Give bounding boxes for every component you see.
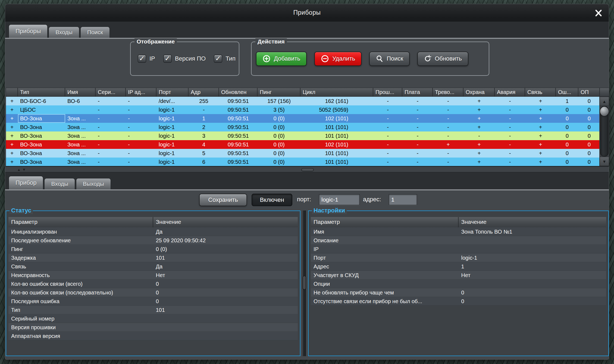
device-cell: - bbox=[126, 158, 156, 166]
scrollbar-track[interactable] bbox=[600, 106, 609, 157]
add-button[interactable]: Добавить bbox=[256, 52, 307, 66]
titlebar[interactable]: Приборы bbox=[5, 4, 609, 21]
status-row-3[interactable]: Пинг0 (0) bbox=[8, 245, 298, 253]
status-row-1[interactable]: ИнициализированДа bbox=[8, 227, 298, 236]
close-button[interactable] bbox=[593, 8, 604, 18]
device-cell: 09:50:51 bbox=[219, 149, 258, 158]
device-cell: 09:50:51 bbox=[219, 114, 258, 123]
device-cell: 0 bbox=[556, 149, 578, 158]
checkbox-box[interactable]: ✓ bbox=[138, 55, 146, 63]
status-value: Да bbox=[153, 262, 298, 271]
settings-value-header[interactable]: Значение bbox=[459, 217, 606, 227]
top-tab-2[interactable]: Входы bbox=[48, 26, 80, 38]
column-header-5[interactable]: IP ад... bbox=[126, 88, 156, 97]
vertical-splitter[interactable] bbox=[300, 211, 308, 356]
column-header-1[interactable] bbox=[6, 88, 18, 97]
settings-row-5[interactable]: Адрес1 bbox=[311, 262, 606, 271]
device-row-4[interactable]: +ВО-ЗонаЗона ...--logic-1209:50:510 (0)1… bbox=[6, 123, 599, 131]
device-cell: 0 bbox=[578, 97, 599, 105]
settings-row-7[interactable]: Опции bbox=[311, 280, 606, 288]
device-row-7[interactable]: +ВО-ЗонаЗона ...--logic-1509:50:510 (0)1… bbox=[6, 149, 599, 158]
device-cell: 0 bbox=[578, 123, 599, 131]
settings-row-3[interactable]: IP bbox=[311, 245, 606, 253]
vertical-splitter-handle[interactable] bbox=[302, 276, 306, 290]
enabled-toggle[interactable]: Включен bbox=[252, 194, 292, 206]
settings-row-4[interactable]: Портlogic-1 bbox=[311, 253, 606, 262]
save-button[interactable]: Сохранить bbox=[199, 194, 247, 206]
status-param-header[interactable]: Параметр bbox=[8, 217, 153, 227]
device-cell: - bbox=[495, 149, 525, 158]
settings-param: Адрес bbox=[311, 262, 459, 271]
device-cell: logic-1 bbox=[156, 114, 189, 123]
splitter-handle[interactable] bbox=[301, 168, 314, 171]
device-row-6[interactable]: +ВО-ЗонаЗона ...--logic-1409:50:510 (0)1… bbox=[6, 140, 599, 149]
top-tab-3[interactable]: Поиск bbox=[80, 26, 110, 38]
settings-row-8[interactable]: Не обновлять прибор чаще чем0 bbox=[311, 288, 606, 297]
column-header-4[interactable]: Сери... bbox=[96, 88, 126, 97]
delete-button[interactable]: Удалить bbox=[314, 52, 362, 66]
settings-row-1[interactable]: ИмяЗона Тополь ВО №1 bbox=[311, 227, 606, 236]
scroll-down-button[interactable]: ▼ bbox=[600, 157, 609, 166]
refresh-button[interactable]: Обновить bbox=[417, 52, 468, 66]
column-header-14[interactable]: Охрана bbox=[463, 88, 495, 97]
settings-row-6[interactable]: Участвует в СКУДНет bbox=[311, 271, 606, 280]
top-tab-1[interactable]: Приборы bbox=[8, 24, 48, 38]
display-checkbox-2[interactable]: ✓Версия ПО bbox=[163, 55, 206, 63]
display-checkbox-3[interactable]: ✓Тип bbox=[214, 55, 236, 63]
port-input[interactable] bbox=[319, 194, 360, 205]
column-header-7[interactable]: Адр bbox=[189, 88, 219, 97]
scroll-up-button[interactable]: ▲ bbox=[600, 97, 609, 106]
bottom-tab-3[interactable]: Выходы bbox=[76, 178, 111, 189]
address-input[interactable] bbox=[389, 194, 417, 205]
status-row-4[interactable]: Задержка101 bbox=[8, 253, 298, 262]
checkbox-box[interactable]: ✓ bbox=[163, 55, 172, 63]
device-row-2[interactable]: +ЦБОС--logic-1-09:50:513 (5)5052 (5059)-… bbox=[6, 105, 599, 114]
status-row-2[interactable]: Последнее обновление25 09 2020 09:50:42 bbox=[8, 236, 298, 245]
vertical-scrollbar[interactable]: ▲ ▼ bbox=[599, 97, 609, 166]
display-checkbox-1[interactable]: ✓IP bbox=[138, 55, 155, 63]
column-header-17[interactable]: Ош... bbox=[556, 88, 578, 97]
device-row-3[interactable]: +ВО-ЗонаЗона ...--logic-1109:50:510 (0)1… bbox=[6, 114, 599, 123]
device-cell: + bbox=[6, 97, 18, 105]
settings-row-9[interactable]: Отсутствие связи если прибор не был об..… bbox=[311, 297, 606, 306]
column-header-12[interactable]: Плата bbox=[402, 88, 433, 97]
device-cell: + bbox=[6, 131, 18, 140]
column-header-3[interactable]: Имя bbox=[65, 88, 96, 97]
column-header-11[interactable]: Прош... bbox=[373, 88, 402, 97]
status-value-header[interactable]: Значение bbox=[153, 217, 298, 227]
column-header-9[interactable]: Пинг bbox=[258, 88, 300, 97]
status-row-8[interactable]: Кол-во ошибок связи (последовательно)0 bbox=[8, 288, 298, 297]
device-cell: logic-1 bbox=[156, 131, 189, 140]
device-row-5[interactable]: +ВО-ЗонаЗона ...--logic-1309:50:510 (0)1… bbox=[6, 131, 599, 140]
status-row-13[interactable]: Аппаратная версия bbox=[8, 332, 298, 340]
settings-row-2[interactable]: Описание bbox=[311, 236, 606, 245]
device-cell: - bbox=[495, 158, 525, 166]
column-header-15[interactable]: Авария bbox=[495, 88, 525, 97]
search-button[interactable]: Поиск bbox=[369, 52, 410, 66]
column-header-10[interactable]: Цикл bbox=[300, 88, 373, 97]
horizontal-splitter[interactable]: ▲▼ bbox=[5, 166, 609, 172]
device-cell: 3 bbox=[189, 131, 219, 140]
device-row-1[interactable]: +ВО-БОС-6ВО-6--/dev/...25509:50:51157 (1… bbox=[6, 97, 599, 105]
scrollbar-thumb[interactable] bbox=[600, 107, 609, 116]
column-header-13[interactable]: Трево... bbox=[433, 88, 463, 97]
bottom-tab-1[interactable]: Прибор bbox=[8, 176, 43, 189]
status-row-11[interactable]: Серийный номер bbox=[8, 314, 298, 323]
status-row-7[interactable]: Кол-во ошибок связи (всего)0 bbox=[8, 280, 298, 288]
column-header-8[interactable]: Обновлен bbox=[219, 88, 258, 97]
settings-param-header[interactable]: Параметр bbox=[311, 217, 459, 227]
device-cell: Зона ... bbox=[65, 131, 96, 140]
column-header-6[interactable]: Порт bbox=[156, 88, 189, 97]
status-row-12[interactable]: Версия прошивки bbox=[8, 323, 298, 332]
checkbox-box[interactable]: ✓ bbox=[214, 55, 222, 63]
splitter-collapse-arrows[interactable]: ▲▼ bbox=[17, 168, 27, 172]
status-row-10[interactable]: Тип101 bbox=[8, 306, 298, 314]
status-row-9[interactable]: Последняя ошибка0 bbox=[8, 297, 298, 306]
device-row-8[interactable]: +ВО-ЗонаЗона ...--logic-1609:50:510 (0)1… bbox=[6, 158, 599, 166]
column-header-18[interactable]: ОП bbox=[578, 88, 600, 97]
column-header-2[interactable]: Тип bbox=[18, 88, 65, 97]
status-row-5[interactable]: СвязьДа bbox=[8, 262, 298, 271]
bottom-tab-2[interactable]: Входы bbox=[44, 178, 75, 189]
status-row-6[interactable]: НеисправностьНет bbox=[8, 271, 298, 280]
column-header-16[interactable]: Связь bbox=[525, 88, 556, 97]
